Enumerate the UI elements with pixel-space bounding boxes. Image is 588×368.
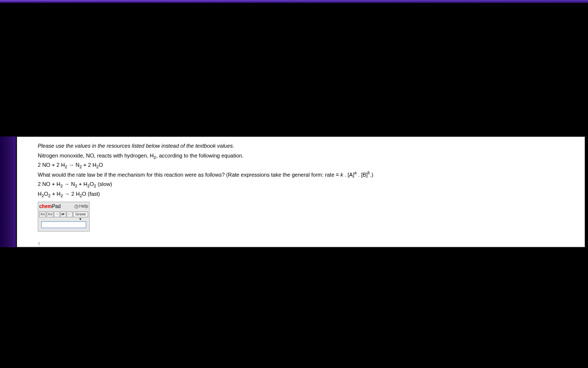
greek-dropdown-button[interactable]: Greek ▾ xyxy=(73,211,88,217)
mechanism-step-1: 2 NO + H2 → N2 + H2O2 (slow) xyxy=(38,180,585,189)
question-panel: Please use the values in the resources l… xyxy=(17,136,585,247)
m2-note: (fast) xyxy=(86,191,100,197)
m1-a: 2 NO + H xyxy=(38,181,60,187)
rate-suffix: .) xyxy=(370,172,373,178)
m2-e: O xyxy=(82,191,86,197)
m2-b: O xyxy=(44,191,49,197)
window-title-bar-shadow xyxy=(0,1,588,3)
chempad-toolbar: Xn Xn → ⇄ ← Greek ▾ xyxy=(38,211,89,218)
subscript-button[interactable]: Xn xyxy=(39,211,46,217)
m2-c: + H xyxy=(50,191,60,197)
right-arrow-button[interactable]: → xyxy=(54,211,60,217)
m2-a: H xyxy=(38,191,42,197)
chempad-brand: chemPad xyxy=(39,203,61,210)
eq-c: + 2 H xyxy=(82,162,97,168)
superscript-button[interactable]: Xn xyxy=(47,211,53,217)
left-sidebar-gutter xyxy=(0,136,16,247)
rate-mid: . [A] xyxy=(343,172,354,178)
chempad-tool-group: Xn Xn → ⇄ ← xyxy=(39,211,73,217)
prompt-prefix: What would the rate law be if the mechan… xyxy=(38,172,341,178)
rate-mid2: . [B] xyxy=(357,172,368,178)
scroll-up-link[interactable]: ↑ xyxy=(38,239,41,248)
intro-prefix: Nitrogen monoxide, NO, reacts with hydro… xyxy=(38,153,154,158)
intro-text: Nitrogen monoxide, NO, reacts with hydro… xyxy=(38,152,585,160)
chempad-brand-suffix: Pad xyxy=(52,204,61,209)
m1-d: O xyxy=(90,181,94,187)
m1-c: + H xyxy=(77,181,87,187)
help-icon: ? xyxy=(74,205,78,209)
chempad-help-link[interactable]: ? Help xyxy=(74,203,88,210)
equilibrium-arrow-button[interactable]: ⇄ xyxy=(60,211,66,217)
chempad-header: chemPad ? Help xyxy=(38,202,89,211)
help-label: Help xyxy=(79,203,88,210)
m1-note: (slow) xyxy=(96,181,112,187)
intro-suffix: , according to the following equation. xyxy=(156,153,244,158)
eq-a: 2 NO + 2 H xyxy=(38,162,65,168)
eq-d: O xyxy=(98,162,103,168)
mechanism-step-2: H2O2 + H2 → 2 H2O (fast) xyxy=(38,190,585,199)
instruction-text: Please use the values in the resources l… xyxy=(38,142,585,151)
chempad-brand-prefix: chem xyxy=(39,204,52,209)
m2-d: → 2 H xyxy=(63,191,79,197)
chempad-input[interactable] xyxy=(41,221,86,228)
eq-b: → N xyxy=(67,162,79,168)
chempad-widget: chemPad ? Help Xn Xn → ⇄ ← Greek ▾ xyxy=(38,202,90,232)
prompt-text: What would the rate law be if the mechan… xyxy=(38,171,585,180)
main-equation: 2 NO + 2 H2 → N2 + 2 H2O xyxy=(38,161,585,170)
left-arrow-button[interactable]: ← xyxy=(67,211,73,217)
m1-b: → N xyxy=(63,181,75,187)
